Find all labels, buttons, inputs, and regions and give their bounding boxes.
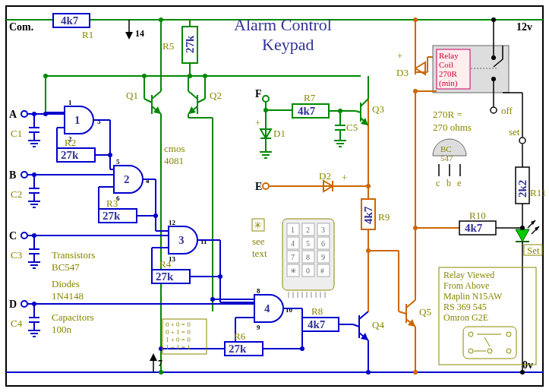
svg-text:BC547: BC547 <box>52 261 80 273</box>
svg-point-53 <box>21 172 27 178</box>
svg-text:12: 12 <box>169 219 176 226</box>
svg-text:1N4148: 1N4148 <box>52 290 84 302</box>
svg-marker-197 <box>408 319 415 327</box>
svg-point-152 <box>263 183 269 189</box>
svg-text:e: e <box>457 178 461 188</box>
svg-text:(min): (min) <box>439 78 458 88</box>
svg-point-101 <box>21 301 27 307</box>
svg-text:text: text <box>252 248 267 259</box>
svg-text:F: F <box>255 88 262 100</box>
pinA: A <box>9 109 17 120</box>
svg-text:R4: R4 <box>159 258 172 270</box>
svg-text:D1: D1 <box>273 128 286 139</box>
svg-line-17 <box>197 99 205 103</box>
svg-text:R10: R10 <box>469 210 486 221</box>
title1: Alarm Control <box>234 15 332 34</box>
relaynote1: 270R = <box>433 109 462 120</box>
svg-text:6: 6 <box>321 239 325 248</box>
svg-text:0 + 0 = 0: 0 + 0 = 0 <box>166 321 191 328</box>
svg-text:4k7: 4k7 <box>465 222 483 234</box>
pin14: 14 <box>135 28 144 39</box>
svg-line-139 <box>359 311 368 319</box>
svg-text:10: 10 <box>286 306 293 314</box>
svg-text:D2: D2 <box>319 170 331 182</box>
svg-point-260 <box>520 226 525 230</box>
svg-line-183 <box>355 111 361 112</box>
relaynote2: 270 ohms <box>433 122 472 133</box>
svg-text:Q3: Q3 <box>372 103 384 115</box>
svg-text:1: 1 <box>291 226 295 234</box>
arrow-pin14 <box>125 32 133 40</box>
svg-text:#: # <box>320 267 324 275</box>
svg-text:9: 9 <box>257 324 260 331</box>
svg-text:100n: 100n <box>52 324 72 335</box>
svg-point-28 <box>21 111 27 117</box>
svg-text:7: 7 <box>158 358 162 368</box>
svg-marker-246 <box>516 229 529 242</box>
label-12v: 12v <box>516 21 532 33</box>
svg-point-232 <box>519 138 525 144</box>
svg-text:547: 547 <box>440 153 453 163</box>
svg-text:Omron G2E: Omron G2E <box>443 312 488 323</box>
svg-text:27k: 27k <box>229 343 247 355</box>
svg-text:✳: ✳ <box>290 267 296 275</box>
svg-marker-20 <box>188 106 196 114</box>
pinC: C <box>9 230 17 242</box>
svg-line-13 <box>152 91 161 99</box>
schematic: 12v 0v Alarm Control Keypad Com. 4k7 R1 … <box>0 0 549 392</box>
svg-line-195 <box>406 300 415 308</box>
svg-text:Diodes: Diodes <box>52 278 80 289</box>
svg-point-208 <box>413 17 418 22</box>
svg-text:2: 2 <box>306 226 310 234</box>
svg-text:R11: R11 <box>530 187 546 198</box>
svg-text:4: 4 <box>264 302 270 315</box>
svg-point-52 <box>108 153 112 157</box>
q1: Q1 <box>126 90 138 101</box>
svg-point-15 <box>159 17 163 22</box>
svg-text:7: 7 <box>291 253 295 261</box>
svg-text:Transistors: Transistors <box>52 249 95 261</box>
svg-text:Relay Viewed: Relay Viewed <box>443 270 494 280</box>
svg-point-321 <box>506 332 511 337</box>
svg-text:+: + <box>255 117 260 128</box>
svg-text:C2: C2 <box>11 188 22 200</box>
svg-point-320 <box>469 332 473 337</box>
svg-point-164 <box>263 108 268 112</box>
svg-text:Coil: Coil <box>439 60 453 69</box>
q2: Q2 <box>210 90 222 101</box>
svg-text:R3: R3 <box>106 198 118 209</box>
svg-text:E: E <box>255 181 262 192</box>
svg-text:Maplin N15AW: Maplin N15AW <box>443 291 503 302</box>
svg-line-185 <box>361 99 368 106</box>
label-com: Com. <box>9 21 33 33</box>
svg-text:4k7: 4k7 <box>362 206 374 224</box>
svg-line-133 <box>353 324 359 327</box>
svg-point-77 <box>21 232 27 239</box>
svg-point-254 <box>520 370 525 375</box>
r5v: 27k <box>184 35 196 53</box>
svg-text:5: 5 <box>116 158 120 166</box>
pinB: B <box>9 169 16 181</box>
svg-rect-319 <box>463 327 516 359</box>
svg-point-323 <box>487 349 492 353</box>
svg-text:Q4: Q4 <box>372 319 384 330</box>
svg-line-8 <box>144 99 152 103</box>
svg-text:4k7: 4k7 <box>298 105 316 117</box>
svg-text:4: 4 <box>291 239 295 248</box>
svg-text:3: 3 <box>178 234 185 246</box>
svg-text:270R: 270R <box>439 69 458 78</box>
svg-line-193 <box>399 311 406 314</box>
svg-point-157 <box>263 96 269 102</box>
svg-point-25 <box>159 370 163 375</box>
svg-text:1 + 0 = 0: 1 + 0 = 0 <box>166 336 191 343</box>
svg-point-324 <box>506 349 511 353</box>
ledl: Set <box>527 245 540 256</box>
svg-point-113 <box>210 297 215 302</box>
svg-text:R6: R6 <box>234 330 246 342</box>
svg-text:2: 2 <box>124 173 130 185</box>
svg-point-228 <box>491 107 497 113</box>
title2: Keypad <box>262 35 314 54</box>
svg-text:5: 5 <box>306 239 310 248</box>
svg-point-131 <box>300 346 304 351</box>
svg-text:Q5: Q5 <box>419 306 431 318</box>
